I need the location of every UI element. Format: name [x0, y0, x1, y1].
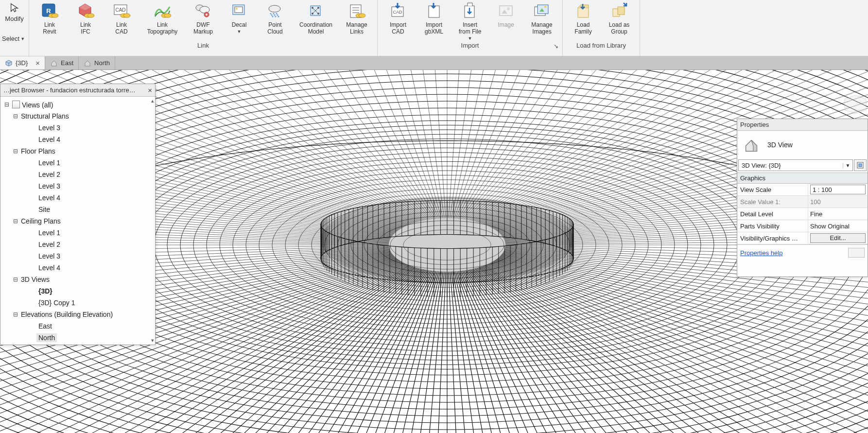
tree-node[interactable]: •Level 1 — [1, 157, 155, 169]
manage-links[interactable]: ManageLinks — [339, 1, 374, 42]
dwf-markup[interactable]: DWFMarkup — [186, 1, 221, 42]
svg-rect-52 — [578, 8, 589, 17]
tree-node[interactable]: •Level 3 — [1, 180, 155, 192]
scroll-down-icon[interactable]: ▾ — [151, 337, 154, 344]
coord-model[interactable]: CoordinationModel — [294, 1, 338, 42]
view-tabs-bar: {3D}×EastNorth — [0, 56, 868, 70]
ribbon-item-label: Manage — [531, 21, 552, 28]
tree-node[interactable]: •East — [1, 320, 155, 332]
link-revit[interactable]: RLinkRevit — [32, 1, 67, 42]
point-cloud[interactable]: PointCloud — [258, 1, 293, 42]
topo-icon — [153, 2, 172, 20]
tree-node-label: Level 3 — [36, 123, 62, 132]
load-family[interactable]: LoadFamily — [566, 1, 601, 42]
ribbon-groups: RLinkRevitLinkIFCCADLinkCADLinkTopograph… — [29, 0, 640, 56]
tree-node[interactable]: ⊟Elevations (Building Elevation) — [1, 309, 155, 320]
tree-node-label: Views (all) — [10, 100, 55, 109]
property-category-header[interactable]: Graphics — [737, 173, 868, 184]
link-ifc[interactable]: LinkIFC — [68, 1, 103, 42]
manage-images[interactable]: ManageImages — [524, 1, 559, 42]
load-group[interactable]: Load asGroup — [602, 1, 637, 42]
property-key: Scale Value 1: — [737, 196, 808, 208]
svg-line-100 — [477, 268, 817, 433]
svg-point-22 — [271, 15, 273, 16]
close-icon[interactable]: × — [148, 86, 152, 94]
modify-button[interactable]: Modify — [0, 0, 29, 32]
svg-line-104 — [472, 269, 755, 433]
ribbon-item-label: gbXML — [425, 28, 443, 35]
decal[interactable]: Decal▼ — [222, 1, 257, 42]
scroll-up-icon[interactable]: ▴ — [151, 98, 154, 104]
tree-node[interactable]: •{3D} Copy 1 — [1, 297, 155, 309]
tree-node[interactable]: ⊟3D Views — [1, 274, 155, 285]
expander-icon[interactable]: ⊟ — [12, 113, 19, 120]
svg-point-28 — [277, 15, 278, 16]
import-cad[interactable]: CADImportCAD — [381, 1, 416, 42]
expander-icon[interactable]: ⊟ — [12, 276, 19, 283]
close-icon[interactable]: × — [35, 59, 40, 67]
link-cad[interactable]: CADLinkCAD — [104, 1, 139, 42]
ribbon-items-row: CADImportCADImportgbXMLInsertfrom File▼I… — [381, 1, 559, 42]
tree-node[interactable]: ⊟Views (all) — [1, 99, 155, 110]
tree-node[interactable]: •Level 4 — [1, 262, 155, 274]
edit-type-button[interactable] — [854, 159, 867, 171]
properties-title[interactable]: Properties — [737, 119, 868, 131]
view-tab-label: North — [94, 59, 110, 67]
svg-line-261 — [460, 70, 605, 219]
tree-node[interactable]: ⊟Ceiling Plans — [1, 215, 155, 227]
coord-icon — [307, 2, 325, 20]
tree-node[interactable]: •{3D} — [1, 285, 155, 297]
ribbon-item-label: DWF — [196, 21, 209, 28]
tab-north[interactable]: North — [79, 56, 115, 69]
insert-file[interactable]: Insertfrom File▼ — [452, 1, 487, 42]
property-value[interactable]: Fine — [810, 210, 822, 218]
project-browser-panel: …ject Browser - fundacion estructurada t… — [0, 84, 156, 345]
tree-node[interactable]: •Level 4 — [1, 134, 155, 145]
property-value-input[interactable]: 1 : 100 — [810, 185, 866, 194]
instance-selector-row: 3D View: {3D} ▼ — [737, 160, 868, 173]
svg-point-15 — [200, 6, 209, 13]
tree-node[interactable]: •Site — [1, 204, 155, 215]
ribbon-item-label: Coordination — [299, 21, 332, 28]
tab-3d[interactable]: {3D}× — [0, 56, 45, 69]
property-edit-button[interactable]: Edit... — [810, 233, 866, 243]
select-dropdown[interactable]: Select ▼ — [0, 32, 29, 42]
tree-node[interactable]: •Level 3 — [1, 122, 155, 134]
view-instance-selector[interactable]: 3D View: {3D} ▼ — [738, 159, 853, 171]
dialog-launcher-icon[interactable]: ↘ — [554, 43, 558, 50]
tree-node[interactable]: •North — [1, 332, 155, 344]
project-browser-title[interactable]: …ject Browser - fundacion estructurada t… — [0, 84, 155, 97]
property-key: Detail Level — [737, 208, 808, 220]
properties-help-link[interactable]: Properties help — [740, 249, 782, 257]
svg-line-262 — [461, 70, 622, 219]
workspace: …ject Browser - fundacion estructurada t… — [0, 70, 868, 433]
chevron-down-icon: ▼ — [468, 35, 472, 42]
property-value[interactable]: Show Original — [810, 223, 850, 230]
ribbon: Modify Select ▼ RLinkRevitLinkIFCCADLink… — [0, 0, 868, 56]
tree-node[interactable]: •Level 3 — [1, 250, 155, 262]
tab-east[interactable]: East — [45, 56, 79, 69]
tree-node[interactable]: •Level 4 — [1, 192, 155, 204]
svg-point-51 — [544, 6, 546, 8]
tree-node[interactable]: •South — [1, 344, 155, 345]
pcloud-icon — [266, 2, 284, 20]
apply-button[interactable] — [848, 248, 865, 258]
modify-label: Modify — [5, 15, 23, 22]
expander-icon[interactable]: ⊟ — [12, 148, 19, 155]
ribbon-item-label: Load — [577, 21, 590, 28]
link-topo[interactable]: LinkTopography — [140, 1, 185, 42]
tree-node[interactable]: ⊟Floor Plans — [1, 145, 155, 157]
tree-node[interactable]: •Level 2 — [1, 239, 155, 250]
tree-node[interactable]: •Level 1 — [1, 227, 155, 239]
tree-node-label: East — [36, 322, 54, 330]
tree-node[interactable]: ⊟Structural Plans — [1, 110, 155, 122]
expander-icon[interactable]: ⊟ — [12, 311, 19, 318]
svg-line-250 — [412, 70, 445, 218]
ribbon-group-caption: Link — [32, 42, 374, 51]
ribbon-group-caption: Import↘ — [381, 42, 559, 51]
expander-icon[interactable]: ⊟ — [12, 218, 19, 225]
properties-panel: Properties 3D View 3D View: {3D} ▼ — [737, 119, 868, 277]
expander-icon[interactable]: ⊟ — [3, 101, 10, 108]
tree-node[interactable]: •Level 2 — [1, 169, 155, 180]
import-gbxml[interactable]: ImportgbXML — [417, 1, 451, 42]
